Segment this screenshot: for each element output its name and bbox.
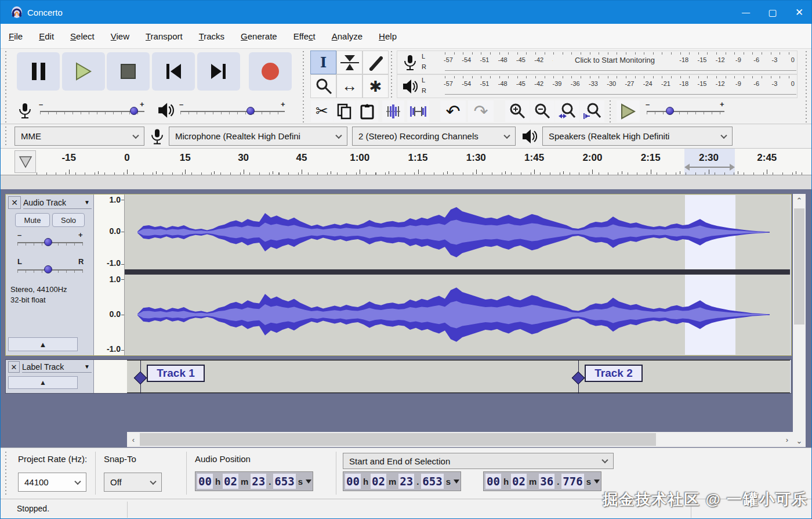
label-flag-handle[interactable] <box>572 372 585 385</box>
recording-channels-select[interactable]: 2 (Stereo) Recording Channels <box>352 127 516 146</box>
dock-grip[interactable] <box>806 100 809 122</box>
gain-thumb[interactable] <box>44 238 52 246</box>
label-area[interactable]: Track 1Track 2 <box>127 360 790 393</box>
time-digits[interactable]: 653 <box>421 474 443 489</box>
multi-tool-button[interactable]: ✱ <box>362 74 389 98</box>
silence-audio-button[interactable] <box>407 100 429 122</box>
project-rate-select[interactable]: 44100 <box>18 473 86 492</box>
selection-mode-select[interactable]: Start and End of Selection <box>343 453 614 469</box>
scroll-right-icon[interactable]: › <box>781 432 793 447</box>
mute-button[interactable]: Mute <box>15 213 50 227</box>
close-button[interactable]: ✕ <box>786 1 812 24</box>
time-digits[interactable]: 00 <box>485 474 501 489</box>
close-track-button[interactable]: ✕ <box>8 361 20 373</box>
skip-to-end-button[interactable] <box>197 52 240 91</box>
track-title-menu[interactable]: Label Track ▼ <box>22 361 92 373</box>
tools-grip[interactable] <box>303 51 306 98</box>
vertical-scale-ruler[interactable]: 1.00.0-1.01.00.0-1.0 <box>94 194 125 355</box>
paste-button[interactable] <box>356 100 378 122</box>
close-track-button[interactable]: ✕ <box>8 196 21 209</box>
dock-grip[interactable] <box>806 51 809 98</box>
vertical-scrollbar-thumb[interactable] <box>794 208 804 325</box>
timeshift-tool-button[interactable]: ↔ <box>336 74 362 98</box>
trim-audio-button[interactable] <box>382 100 404 122</box>
meter-grip[interactable] <box>391 51 394 98</box>
envelope-tool-button[interactable] <box>336 51 362 74</box>
time-digits[interactable]: 02 <box>223 474 238 489</box>
fit-project-button[interactable] <box>580 100 604 122</box>
speed-grip[interactable] <box>610 100 613 122</box>
label-text-2[interactable]: Track 2 <box>585 365 643 382</box>
device-grip[interactable] <box>5 127 9 146</box>
host-select[interactable]: MME <box>14 127 144 146</box>
menu-item-select[interactable]: Select <box>70 31 95 41</box>
time-digits[interactable]: 00 <box>197 474 213 489</box>
play-button[interactable] <box>62 52 105 91</box>
menu-item-file[interactable]: File <box>9 31 23 41</box>
time-digits[interactable]: 653 <box>273 474 295 489</box>
menu-item-effect[interactable]: Effect <box>293 31 316 41</box>
transport-grip[interactable] <box>5 51 9 98</box>
selection-start-field[interactable]: 00h02m23.653s <box>343 471 461 491</box>
menu-item-transport[interactable]: Transport <box>146 31 183 41</box>
monitoring-hint[interactable]: Click to Start Monitoring <box>553 56 677 64</box>
collapse-track-button[interactable]: ▲ <box>8 337 78 351</box>
channel-divider[interactable] <box>125 269 790 275</box>
label-text-1[interactable]: Track 1 <box>147 365 205 382</box>
scroll-left-icon[interactable]: ‹ <box>127 432 140 447</box>
cut-button[interactable]: ✂ <box>311 100 333 122</box>
time-digits[interactable]: 36 <box>539 474 554 489</box>
menu-item-help[interactable]: Help <box>379 31 397 41</box>
vertical-scrollbar[interactable]: ⌃ ⌄ <box>793 194 806 447</box>
zoom-out-button[interactable] <box>530 100 554 122</box>
selection-end-field[interactable]: 00h02m36.776s <box>483 471 601 491</box>
menu-item-edit[interactable]: Edit <box>39 31 54 41</box>
pause-button[interactable] <box>17 52 60 91</box>
redo-button[interactable]: ↷ <box>468 100 494 122</box>
stop-button[interactable] <box>107 52 150 91</box>
field-dropdown-icon[interactable] <box>306 480 311 484</box>
solo-button[interactable]: Solo <box>52 213 85 227</box>
collapse-track-button[interactable]: ▲ <box>8 376 78 389</box>
horizontal-scrollbar[interactable]: ‹ › <box>127 432 793 447</box>
output-volume-thumb[interactable] <box>246 107 255 115</box>
minimize-button[interactable]: — <box>733 1 759 24</box>
time-digits[interactable]: 02 <box>371 474 386 489</box>
scroll-down-icon[interactable]: ⌄ <box>793 434 806 447</box>
fit-selection-button[interactable] <box>555 100 579 122</box>
track-title-menu[interactable]: Audio Track ▼ <box>23 196 92 209</box>
label-flag-handle[interactable] <box>134 372 147 385</box>
recording-meter[interactable]: LR -57-54-51-48-45-42-39-36-33-30-27-24-… <box>397 51 798 74</box>
recording-device-select[interactable]: Microphone (Realtek High Defini <box>169 127 347 146</box>
menu-item-view[interactable]: View <box>111 31 129 41</box>
mixer-grip[interactable] <box>5 100 9 122</box>
playback-device-select[interactable]: Speakers (Realtek High Definiti <box>542 127 733 146</box>
skip-to-start-button[interactable] <box>152 52 195 91</box>
timeline-ruler[interactable]: -1501530451:001:151:301:452:002:152:302:… <box>1 149 812 175</box>
time-digits[interactable]: 776 <box>561 474 583 489</box>
draw-tool-button[interactable] <box>362 51 389 74</box>
horizontal-scrollbar-thumb[interactable] <box>140 433 656 446</box>
maximize-button[interactable]: ▢ <box>759 1 786 24</box>
pan-thumb[interactable] <box>44 265 52 273</box>
zoom-in-button[interactable] <box>505 100 530 122</box>
waveform-channel-right[interactable] <box>125 275 790 355</box>
audio-position-field[interactable]: 00h02m23.653s <box>195 471 313 491</box>
field-dropdown-icon[interactable] <box>594 480 600 484</box>
time-digits[interactable]: 23 <box>251 474 266 489</box>
input-volume-thumb[interactable] <box>130 107 138 115</box>
time-digits[interactable]: 23 <box>398 474 414 489</box>
scroll-up-icon[interactable]: ⌃ <box>793 194 806 207</box>
undo-button[interactable]: ↶ <box>440 100 466 122</box>
field-dropdown-icon[interactable] <box>454 480 459 484</box>
menu-item-analyze[interactable]: Analyze <box>332 31 362 41</box>
menu-item-tracks[interactable]: Tracks <box>199 31 224 41</box>
record-button[interactable] <box>249 52 292 91</box>
time-digits[interactable]: 02 <box>511 474 527 489</box>
time-digits[interactable]: 00 <box>345 474 361 489</box>
selection-tool-button[interactable]: I <box>310 51 336 74</box>
snap-to-select[interactable]: Off <box>104 473 162 492</box>
zoom-tool-button[interactable] <box>310 74 336 98</box>
menu-item-generate[interactable]: Generate <box>241 31 277 41</box>
timeline-options-button[interactable] <box>14 150 36 173</box>
